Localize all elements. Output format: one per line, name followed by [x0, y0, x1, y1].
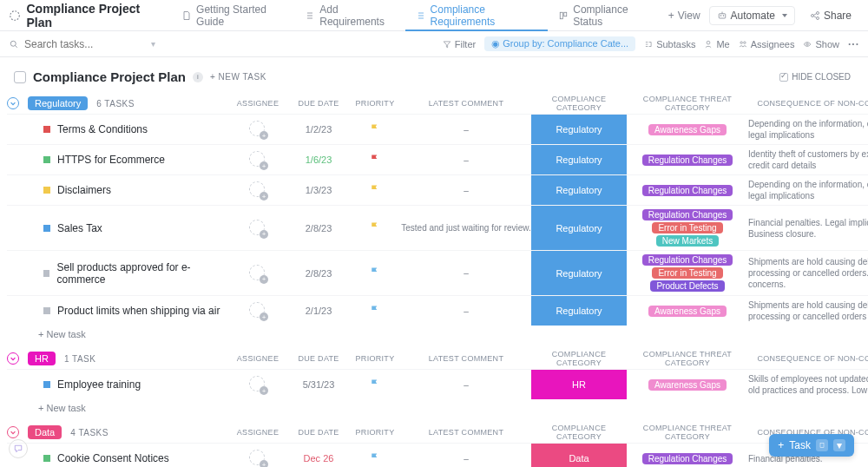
threat-cell[interactable]: Awareness Gaps [627, 302, 748, 320]
col-header[interactable]: DUE DATE [288, 354, 349, 363]
task-row[interactable]: Terms & Conditions+1/2/23–RegulatoryAwar… [7, 114, 868, 144]
priority-flag[interactable] [349, 154, 401, 167]
help-chat-button[interactable] [9, 439, 28, 458]
due-date[interactable]: 2/8/23 [288, 268, 349, 279]
assignee-add[interactable]: + [249, 181, 266, 199]
automate-button[interactable]: Automate [709, 6, 795, 25]
col-header[interactable]: COMPLIANCE THREAT CATEGORY [627, 424, 748, 441]
col-header[interactable]: PRIORITY [349, 428, 401, 437]
show-button[interactable]: Show [803, 39, 839, 49]
due-date[interactable]: 1/2/23 [288, 124, 349, 135]
priority-flag[interactable] [349, 452, 401, 465]
tab-compliance-status[interactable]: Compliance Status [548, 0, 660, 30]
category-badge[interactable]: Regulatory [531, 296, 627, 326]
priority-flag[interactable] [349, 184, 401, 197]
due-date[interactable]: 2/1/23 [288, 306, 349, 316]
chevron-down-icon[interactable]: ▾ [833, 439, 845, 451]
status-square[interactable] [43, 455, 50, 462]
priority-flag[interactable] [349, 305, 401, 318]
col-header[interactable]: COMPLIANCE THREAT CATEGORY [627, 350, 748, 367]
col-header[interactable]: DUE DATE [288, 428, 349, 437]
col-header[interactable]: PRIORITY [349, 354, 401, 363]
hide-closed-toggle[interactable]: HIDE CLOSED [779, 72, 851, 82]
due-date[interactable]: 1/6/23 [288, 155, 349, 165]
status-square[interactable] [43, 156, 50, 163]
collapse-icon[interactable] [7, 352, 19, 365]
group-pill[interactable]: HR [28, 352, 56, 365]
collapse-icon[interactable] [7, 97, 19, 109]
group-pill[interactable]: Regulatory [28, 96, 88, 110]
search-input[interactable] [24, 38, 181, 50]
status-square[interactable] [43, 126, 50, 133]
add-view-button[interactable]: + View [660, 10, 709, 22]
chevron-down-icon[interactable]: ▾ [151, 39, 155, 49]
due-date[interactable]: Dec 26 [288, 453, 349, 464]
task-row[interactable]: Disclaimers+1/3/23–RegulatoryRegulation … [7, 174, 868, 205]
collapse-icon[interactable] [7, 426, 19, 438]
info-icon[interactable]: i [193, 72, 203, 82]
status-square[interactable] [43, 381, 50, 388]
priority-flag[interactable] [349, 221, 401, 234]
more-icon[interactable]: ··· [848, 38, 859, 50]
col-header[interactable]: COMPLIANCE CATEGORY [531, 95, 627, 112]
assignee-add[interactable]: + [249, 220, 266, 237]
col-header[interactable]: CONSEQUENCE OF NON-COMPLIANCE [748, 354, 868, 363]
task-row[interactable]: Employee training+5/31/23–HRAwareness Ga… [7, 369, 868, 399]
col-header[interactable]: COMPLIANCE CATEGORY [531, 424, 627, 441]
col-header[interactable]: COMPLIANCE CATEGORY [531, 350, 627, 367]
col-header[interactable]: ASSIGNEE [227, 99, 288, 108]
new-task-float-button[interactable]: + Task ▾ [769, 434, 854, 457]
category-badge[interactable]: HR [531, 370, 627, 399]
col-header[interactable]: LATEST COMMENT [401, 99, 531, 108]
filter-button[interactable]: Filter [443, 39, 476, 49]
assignee-add[interactable]: + [249, 121, 266, 138]
category-badge[interactable]: Regulatory [531, 206, 627, 250]
col-header[interactable]: LATEST COMMENT [401, 428, 531, 437]
threat-cell[interactable]: Regulation ChangesError in TestingNew Ma… [627, 206, 748, 250]
assignee-add[interactable]: + [249, 376, 266, 393]
share-button[interactable]: Share [802, 6, 859, 25]
status-square[interactable] [43, 307, 50, 314]
threat-cell[interactable]: Regulation Changes [627, 151, 748, 169]
due-date[interactable]: 2/8/23 [288, 223, 349, 234]
new-task-row[interactable]: + New task [7, 326, 868, 343]
threat-cell[interactable]: Awareness Gaps [627, 121, 748, 139]
col-header[interactable]: ASSIGNEE [227, 428, 288, 437]
assignee-add[interactable]: + [249, 302, 266, 319]
col-header[interactable]: ASSIGNEE [227, 354, 288, 363]
category-badge[interactable]: Regulatory [531, 145, 627, 174]
assignee-add[interactable]: + [249, 151, 266, 168]
col-header[interactable]: DUE DATE [288, 99, 349, 108]
task-row[interactable]: Sales Tax+2/8/23Tested and just waiting … [7, 205, 868, 250]
col-header[interactable]: CONSEQUENCE OF NON-COMPLIANCE [748, 99, 868, 108]
task-row[interactable]: Product limits when shipping via air+2/1… [7, 295, 868, 326]
assignees-button[interactable]: Assignees [739, 39, 795, 49]
group-pill[interactable]: Data [28, 425, 62, 439]
new-task-row[interactable]: + New task [7, 399, 868, 417]
category-badge[interactable]: Regulatory [531, 175, 627, 205]
tab-add-requirements[interactable]: Add Requirements [294, 0, 404, 30]
assignee-add[interactable]: + [249, 450, 266, 467]
threat-cell[interactable]: Awareness Gaps [627, 376, 748, 394]
threat-cell[interactable]: Regulation Changes [627, 450, 748, 468]
category-badge[interactable]: Regulatory [531, 251, 627, 295]
me-button[interactable]: Me [704, 39, 729, 49]
subtasks-button[interactable]: Subtasks [644, 39, 695, 49]
due-date[interactable]: 5/31/23 [288, 379, 349, 390]
priority-flag[interactable] [349, 378, 401, 391]
priority-flag[interactable] [349, 123, 401, 136]
status-square[interactable] [43, 187, 50, 194]
new-task-top[interactable]: + NEW TASK [210, 72, 266, 82]
threat-cell[interactable]: Regulation ChangesError in TestingProduc… [627, 251, 748, 295]
task-row[interactable]: Cookie Consent Notices+Dec 26–DataRegula… [7, 443, 868, 467]
due-date[interactable]: 1/3/23 [288, 185, 349, 195]
category-badge[interactable]: Data [531, 444, 627, 467]
task-row[interactable]: Sell products approved for e-commerce+2/… [7, 250, 868, 295]
tab-getting-started-guide[interactable]: Getting Started Guide [171, 0, 294, 30]
col-header[interactable]: LATEST COMMENT [401, 354, 531, 363]
status-square[interactable] [43, 225, 50, 232]
col-header[interactable]: COMPLIANCE THREAT CATEGORY [627, 95, 748, 112]
status-square[interactable] [43, 270, 49, 277]
category-badge[interactable]: Regulatory [531, 115, 627, 144]
tab-compliance-requirements[interactable]: Compliance Requirements [405, 0, 549, 30]
